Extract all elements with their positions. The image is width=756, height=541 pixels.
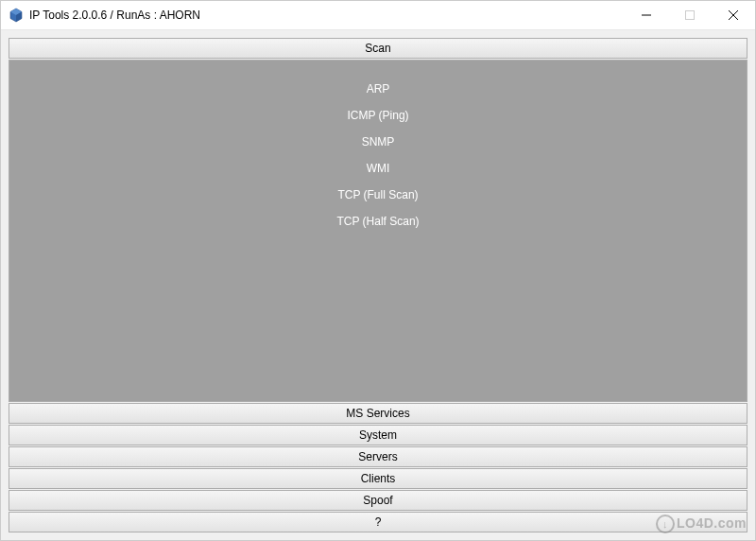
- scan-item-tcp-full[interactable]: TCP (Full Scan): [337, 182, 418, 208]
- section-servers-label: Servers: [358, 450, 397, 463]
- section-servers[interactable]: Servers: [9, 446, 747, 467]
- close-button[interactable]: [712, 1, 755, 29]
- section-spoof[interactable]: Spoof: [9, 490, 747, 511]
- titlebar: IP Tools 2.0.0.6 / RunAs : AHORN: [1, 1, 755, 30]
- watermark: ↓LO4D.com: [656, 515, 747, 533]
- app-icon: [9, 8, 24, 23]
- scan-item-snmp[interactable]: SNMP: [362, 129, 395, 155]
- scan-item-icmp[interactable]: ICMP (Ping): [347, 102, 408, 129]
- watermark-text: LO4D.com: [677, 515, 747, 531]
- section-help[interactable]: ?: [9, 512, 747, 532]
- section-system[interactable]: System: [9, 425, 747, 445]
- section-scan[interactable]: Scan: [9, 38, 747, 59]
- app-window: IP Tools 2.0.0.6 / RunAs : AHORN Scan AR…: [0, 0, 756, 541]
- maximize-button[interactable]: [668, 1, 712, 29]
- section-scan-label: Scan: [365, 42, 390, 55]
- section-spoof-label: Spoof: [363, 494, 392, 507]
- scan-panel: ARP ICMP (Ping) SNMP WMI TCP (Full Scan)…: [9, 60, 747, 402]
- download-icon: ↓: [656, 515, 675, 533]
- minimize-button[interactable]: [625, 1, 668, 29]
- section-ms-services[interactable]: MS Services: [9, 403, 747, 424]
- client-area: Scan ARP ICMP (Ping) SNMP WMI TCP (Full …: [1, 30, 755, 540]
- section-help-label: ?: [375, 515, 382, 529]
- section-system-label: System: [359, 428, 397, 442]
- scan-item-arp[interactable]: ARP: [367, 76, 390, 102]
- svg-rect-4: [686, 11, 695, 20]
- window-controls: [625, 1, 755, 29]
- scan-item-tcp-half[interactable]: TCP (Half Scan): [336, 208, 419, 235]
- section-clients-label: Clients: [361, 472, 396, 485]
- section-clients[interactable]: Clients: [9, 468, 747, 489]
- section-ms-services-label: MS Services: [346, 407, 409, 420]
- scan-item-wmi[interactable]: WMI: [367, 155, 390, 182]
- window-title: IP Tools 2.0.0.6 / RunAs : AHORN: [29, 9, 625, 22]
